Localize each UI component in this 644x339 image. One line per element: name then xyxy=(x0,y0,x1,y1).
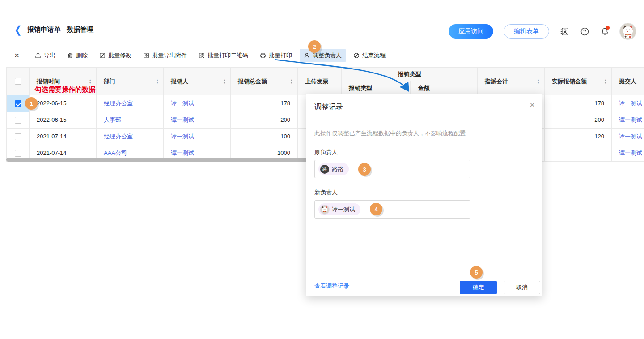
dialog-divider xyxy=(306,119,542,119)
cell-total: 178 xyxy=(231,95,298,112)
select-data-annotation: 勾选需要操作的数据 xyxy=(35,86,95,94)
new-owner-field[interactable]: 谭一测试 xyxy=(314,200,470,219)
cell-person-link[interactable]: 谭一测试 xyxy=(164,112,231,128)
page-title: 报销申请单 - 数据管理 xyxy=(27,26,93,34)
header-accountant: 指派会计▲▼ xyxy=(478,68,545,95)
step-badge-1: 1 xyxy=(25,97,38,110)
table-header: 报销时间▲▼ 部门▲▼ 报销人▲▼ 报销总金额▲▼ 上传发票 报销类型 报销类型… xyxy=(7,68,644,95)
cell-total: 100 xyxy=(231,129,298,145)
row-checkbox[interactable] xyxy=(15,100,21,107)
step-badge-2: 2 xyxy=(308,40,321,53)
header-type: 报销类型 xyxy=(342,81,410,95)
header-right: 应用访问 编辑表单 xyxy=(449,23,636,39)
person-icon xyxy=(304,52,310,59)
sort-icon[interactable]: ▲▼ xyxy=(604,79,607,84)
cell-submitter-link[interactable]: 谭一测试 xyxy=(612,129,644,145)
header-submitter: 提交人 xyxy=(612,68,644,95)
old-owner-avatar: 路 xyxy=(320,165,329,174)
cancel-button[interactable]: 取消 xyxy=(504,281,540,294)
header-amount: 金额 xyxy=(410,81,477,95)
cell-submitter-link[interactable]: 谭一测试 xyxy=(612,95,644,112)
cell-person-link[interactable]: 谭一测试 xyxy=(164,129,231,145)
header-total: 报销总金额▲▼ xyxy=(231,68,298,95)
header-left: ❮ 报销申请单 - 数据管理 xyxy=(14,25,93,34)
cell-dept-link[interactable]: 人事部 xyxy=(97,112,164,128)
cell-dept-link[interactable]: 经理办公室 xyxy=(97,129,164,145)
step-badge-4: 4 xyxy=(370,203,382,215)
app-header: ❮ 报销申请单 - 数据管理 应用访问 编辑表单 xyxy=(0,0,644,43)
new-owner-label: 新负责人 xyxy=(314,189,338,197)
toolbar-close-icon[interactable]: × xyxy=(14,51,19,60)
header-actual: 实际报销金额▲▼ xyxy=(545,68,612,95)
cell-date: 2022-06-15 xyxy=(30,112,97,128)
cell-dept-link[interactable]: 经理办公室 xyxy=(97,95,164,112)
row-checkbox[interactable] xyxy=(15,133,21,140)
old-owner-field[interactable]: 路 路路 xyxy=(314,160,470,178)
cell-total: 200 xyxy=(231,112,298,128)
cell-person-link[interactable]: 谭一测试 xyxy=(164,95,231,112)
end-flow-icon xyxy=(353,52,360,59)
edit-icon xyxy=(99,52,106,59)
cell-actual: 178 xyxy=(545,95,612,112)
bulk-actions-toolbar: × 导出 删除 批量修改 xyxy=(0,43,644,67)
new-owner-tag[interactable]: 谭一测试 xyxy=(318,203,360,215)
header-dept: 部门▲▼ xyxy=(97,68,164,95)
cat-avatar-icon xyxy=(320,205,329,214)
header-type-group-label: 报销类型 xyxy=(342,68,477,81)
cell-submitter-link[interactable]: 谭一测试 xyxy=(612,112,644,128)
toolbar-batch-export-attachments-button[interactable]: 批量导出附件 xyxy=(139,49,191,62)
cell-date: 2022-06-15 xyxy=(30,95,97,112)
cell-submitter-link[interactable]: 谭一测试 xyxy=(612,145,644,161)
toolbar-items: 导出 删除 批量修改 批量导出附件 xyxy=(31,49,390,62)
qrcode-icon xyxy=(199,52,205,59)
row-checkbox[interactable] xyxy=(15,150,21,157)
toolbar-delete-button[interactable]: 删除 xyxy=(63,49,92,62)
header-person: 报销人▲▼ xyxy=(164,68,231,95)
export-icon xyxy=(35,52,41,59)
select-all-checkbox[interactable] xyxy=(15,78,21,85)
notification-bell-icon[interactable] xyxy=(600,26,610,36)
contacts-book-icon[interactable] xyxy=(559,26,569,36)
old-owner-label: 原负责人 xyxy=(314,148,338,156)
old-owner-tag[interactable]: 路 路路 xyxy=(318,163,349,175)
edit-form-button[interactable]: 编辑表单 xyxy=(504,24,549,39)
old-owner-name: 路路 xyxy=(332,165,343,173)
view-adjust-records-link[interactable]: 查看调整记录 xyxy=(314,282,349,290)
cell-actual xyxy=(545,145,612,161)
step-badge-3: 3 xyxy=(358,163,371,176)
header-type-group: 报销类型 报销类型 金额 xyxy=(342,68,478,95)
trash-icon xyxy=(67,52,73,59)
toolbar-batch-print-qrcode-button[interactable]: 批量打印二维码 xyxy=(195,49,252,62)
row-checkbox[interactable] xyxy=(15,117,21,124)
new-owner-name: 谭一测试 xyxy=(332,206,355,214)
help-icon[interactable] xyxy=(580,26,589,36)
toolbar-batch-edit-button[interactable]: 批量修改 xyxy=(95,49,136,62)
sort-icon[interactable]: ▲▼ xyxy=(156,79,159,84)
sort-icon[interactable]: ▲▼ xyxy=(537,79,540,84)
cell-date: 2021-07-14 xyxy=(30,129,97,145)
sort-icon[interactable]: ▲▼ xyxy=(89,79,92,84)
export-attachment-icon xyxy=(143,52,149,59)
toolbar-batch-print-button[interactable]: 批量打印 xyxy=(256,49,296,62)
back-icon[interactable]: ❮ xyxy=(14,25,22,35)
toolbar-export-button[interactable]: 导出 xyxy=(31,49,59,62)
sort-icon[interactable]: ▲▼ xyxy=(223,79,226,84)
header-select-all-cell xyxy=(7,68,30,95)
adjust-owner-dialog: 调整记录 × 此操作仅调整已产生流程数据中的负责人，不影响流程配置 原负责人 路… xyxy=(306,94,542,296)
sort-icon[interactable]: ▲▼ xyxy=(290,79,293,84)
app-access-button[interactable]: 应用访问 xyxy=(449,24,493,39)
dialog-title: 调整记录 xyxy=(314,103,343,112)
cell-actual: 120 xyxy=(545,129,612,145)
dialog-close-icon[interactable]: × xyxy=(530,100,535,109)
dialog-note: 此操作仅调整已产生流程数据中的负责人，不影响流程配置 xyxy=(314,129,466,137)
step-badge-5: 5 xyxy=(470,266,483,279)
notification-dot xyxy=(606,26,610,30)
confirm-button[interactable]: 确定 xyxy=(460,281,497,294)
cell-actual: 200 xyxy=(545,112,612,128)
printer-icon xyxy=(260,52,266,59)
user-avatar[interactable] xyxy=(620,23,636,39)
toolbar-end-flow-button[interactable]: 结束流程 xyxy=(349,49,390,62)
data-management-page: ❮ 报销申请单 - 数据管理 应用访问 编辑表单 xyxy=(0,0,644,339)
header-invoice: 上传发票 xyxy=(298,68,342,95)
toolbar-adjust-owner-button[interactable]: 调整负责人 xyxy=(300,49,346,62)
